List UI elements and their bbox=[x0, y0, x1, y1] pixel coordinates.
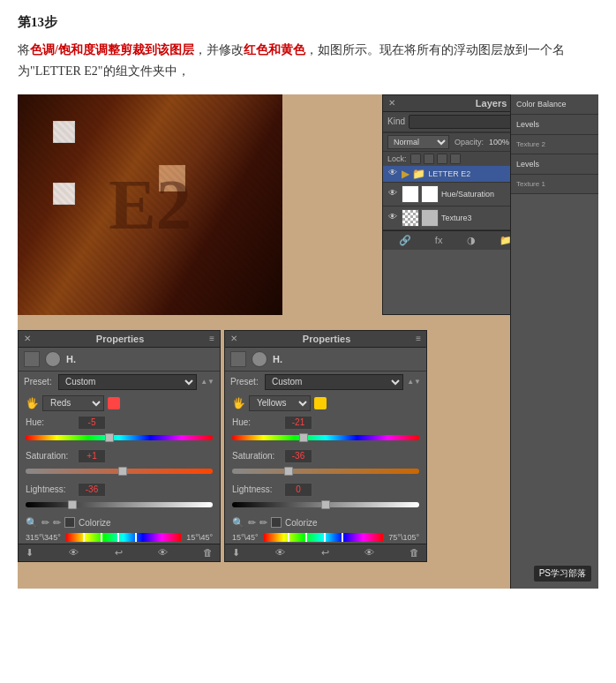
props1-sat-value: +1 bbox=[78, 449, 106, 463]
props2-sat-label: Saturation: bbox=[232, 451, 281, 461]
props1-range2-label: 15°\45° bbox=[186, 533, 213, 542]
props2-range-handle1[interactable] bbox=[288, 533, 289, 542]
opacity-value: 100% bbox=[489, 138, 509, 146]
props2-range-handle4[interactable] bbox=[342, 533, 343, 542]
props2-hand-icon[interactable]: 🖐 bbox=[232, 397, 245, 409]
props1-hue-gradient bbox=[26, 435, 213, 440]
layer-eye-tex3[interactable]: 👁 bbox=[387, 212, 399, 224]
props2-channel-dot bbox=[314, 397, 327, 409]
props1-channel-dot bbox=[108, 397, 120, 409]
props1-bottom-eye2[interactable]: 👁 bbox=[158, 547, 168, 558]
props1-light-gradient bbox=[26, 502, 213, 507]
props2-bottom-arrow[interactable]: ⬇ bbox=[232, 547, 240, 559]
description: 将色调/饱和度调整剪裁到该图层，并修改红色和黄色，如图所示。现在将所有的浮动图层… bbox=[18, 40, 598, 82]
chocolate-photo bbox=[18, 94, 282, 315]
props1-sat-track[interactable] bbox=[26, 465, 213, 477]
props2-hue-label: Hue: bbox=[232, 417, 281, 427]
props1-icon-sq[interactable] bbox=[24, 351, 40, 367]
props1-hue-track[interactable] bbox=[26, 432, 213, 444]
props1-bottom-arrow[interactable]: ⬇ bbox=[26, 547, 34, 559]
props1-bottom-bar: ⬇ 👁 ↩ 👁 🗑 bbox=[19, 544, 220, 561]
layers-adj-icon[interactable]: ◑ bbox=[467, 235, 476, 246]
props2-sat-gradient bbox=[232, 469, 419, 474]
props1-range-handle3[interactable] bbox=[117, 533, 119, 542]
props1-preset-select[interactable]: Custom bbox=[58, 374, 197, 390]
props2-icon-sq[interactable] bbox=[230, 351, 246, 367]
layer-levels-1[interactable]: Levels bbox=[511, 115, 598, 135]
properties-panel-2: ✕ Properties ≡ H. Preset: Custom ▲▼ 🖐 Ye… bbox=[224, 330, 427, 562]
props2-bottom-reset[interactable]: ↩ bbox=[321, 547, 329, 559]
props1-range-handle1[interactable] bbox=[83, 533, 85, 542]
props2-colorize-label: Colorize bbox=[285, 518, 318, 528]
props2-bottom-bar: ⬇ 👁 ↩ 👁 🗑 bbox=[225, 544, 426, 561]
props1-close[interactable]: ✕ bbox=[24, 334, 31, 343]
blend-mode-select[interactable]: Normal bbox=[387, 135, 449, 149]
props1-sat-label: Saturation: bbox=[26, 451, 74, 461]
props2-light-thumb[interactable] bbox=[321, 500, 330, 509]
layers-panel-title: Layers bbox=[476, 98, 507, 109]
layers-panel-close-left[interactable]: ✕ bbox=[388, 98, 395, 108]
props2-hue-gradient bbox=[232, 435, 419, 440]
props1-range-handle2[interactable] bbox=[101, 533, 102, 542]
layer-eye-hue[interactable]: 👁 bbox=[387, 188, 399, 200]
props1-icon-circle[interactable] bbox=[45, 351, 61, 367]
props2-bottom-eye[interactable]: 👁 bbox=[275, 547, 285, 558]
props1-bottom-reset[interactable]: ↩ bbox=[115, 547, 123, 559]
layer-levels-2[interactable]: Levels bbox=[511, 154, 598, 175]
lock-brush[interactable] bbox=[424, 154, 434, 164]
props1-eyedrop1[interactable]: 🔍 bbox=[26, 517, 38, 529]
props2-eyedrop3[interactable]: ✏ bbox=[259, 517, 267, 529]
layers-link-icon[interactable]: 🔗 bbox=[399, 235, 411, 246]
props1-light-track[interactable] bbox=[26, 499, 213, 511]
props1-colorize-label: Colorize bbox=[79, 518, 111, 528]
props2-eyedrop1[interactable]: 🔍 bbox=[232, 517, 244, 529]
props1-colorize-check[interactable] bbox=[64, 517, 75, 528]
props1-range-handle4[interactable] bbox=[135, 533, 137, 542]
step-title: 第13步 bbox=[18, 14, 598, 31]
props1-sat-thumb[interactable] bbox=[118, 467, 127, 476]
props2-eyedrop2[interactable]: ✏ bbox=[248, 517, 256, 529]
props1-bottom-eye[interactable]: 👁 bbox=[69, 547, 79, 558]
lock-move[interactable] bbox=[437, 154, 447, 164]
layer-color-balance[interactable]: Color Balance bbox=[511, 94, 598, 115]
props2-sat-thumb[interactable] bbox=[284, 467, 293, 476]
props2-hue-thumb[interactable] bbox=[299, 433, 308, 442]
props1-eyedrop3[interactable]: ✏ bbox=[53, 517, 61, 529]
main-image-area: ✕ Layers ≡ Kind T fx Normal Opacity: 100… bbox=[18, 94, 598, 589]
props2-sat-track[interactable] bbox=[232, 465, 419, 477]
props1-bottom-trash[interactable]: 🗑 bbox=[203, 547, 213, 558]
props1-menu[interactable]: ≡ bbox=[209, 334, 214, 343]
props2-channel-select[interactable]: Yellows bbox=[249, 395, 311, 411]
props2-bottom-trash[interactable]: 🗑 bbox=[409, 547, 419, 558]
props2-range-handle2[interactable] bbox=[305, 533, 307, 542]
lock-checkerboard[interactable] bbox=[410, 154, 421, 164]
props2-light-track[interactable] bbox=[232, 499, 419, 511]
props1-hue-label: Hue: bbox=[26, 417, 74, 427]
lock-all[interactable] bbox=[450, 154, 461, 164]
props1-light-label: Lightness: bbox=[26, 484, 74, 494]
props1-range-bar1 bbox=[66, 533, 182, 542]
props2-hue-track[interactable] bbox=[232, 432, 419, 444]
props1-light-thumb[interactable] bbox=[68, 500, 77, 509]
props1-eyedrop2[interactable]: ✏ bbox=[41, 517, 49, 529]
props2-preset-select[interactable]: Custom bbox=[265, 374, 403, 390]
props2-range-handle3[interactable] bbox=[324, 533, 326, 542]
layers-fx-icon[interactable]: fx bbox=[435, 235, 443, 245]
props1-hand-icon[interactable]: 🖐 bbox=[26, 397, 39, 409]
layer-folder-icon: ▶ 📁 bbox=[402, 168, 425, 180]
props2-close[interactable]: ✕ bbox=[230, 334, 237, 343]
lock-label: Lock: bbox=[387, 154, 407, 163]
layer-eye-group[interactable]: 👁 bbox=[387, 168, 399, 180]
props2-icon-circle[interactable] bbox=[252, 351, 267, 367]
props1-light-value: -36 bbox=[78, 483, 106, 497]
props2-range-bar1 bbox=[264, 533, 384, 542]
props1-hue-thumb[interactable] bbox=[105, 433, 114, 442]
layer-thumbs-hue bbox=[402, 185, 439, 203]
props2-preset-label: Preset: bbox=[230, 377, 261, 387]
props1-preset-arrow: ▲▼ bbox=[200, 378, 214, 386]
props2-colorize-check[interactable] bbox=[271, 517, 282, 528]
props2-menu[interactable]: ≡ bbox=[416, 334, 421, 343]
props1-channel-select[interactable]: Reds bbox=[42, 395, 104, 411]
props2-bottom-eye2[interactable]: 👁 bbox=[364, 547, 374, 558]
props1-range1-label: 315°\345° bbox=[26, 533, 61, 542]
